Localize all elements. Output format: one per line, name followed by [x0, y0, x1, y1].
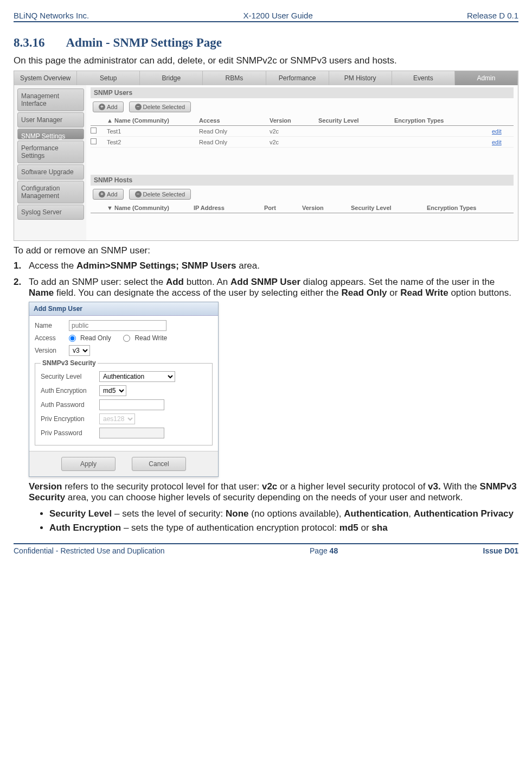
tab-performance[interactable]: Performance: [266, 71, 329, 85]
col-security: Security Level: [318, 117, 394, 124]
procedure-lead: To add or remove an SNMP user:: [14, 245, 518, 256]
version-explain: Version refers to the security protocol …: [29, 481, 518, 503]
security-level-label: Security Level: [41, 373, 95, 380]
cell-name: Test1: [107, 128, 199, 135]
add-label: Add: [107, 104, 118, 110]
dialog-title: Add Snmp User: [29, 302, 218, 316]
steps-list: 1. Access the Admin>SNMP Settings; SNMP …: [14, 260, 518, 533]
section-title-text: Admin - SNMP Settings Page: [66, 36, 222, 49]
sidebar-item-user-manager[interactable]: User Manager: [17, 112, 84, 128]
table-row: Test1 Read Only v2c edit: [91, 126, 514, 137]
delete-selected-hosts-button[interactable]: −Delete Selected: [129, 189, 191, 200]
footer-left: Confidential - Restricted Use and Duplic…: [14, 546, 165, 555]
footer-page: Page 48: [310, 546, 338, 555]
read-only-text: Read Only: [80, 334, 111, 342]
read-write-radio[interactable]: [123, 335, 130, 342]
minus-icon: −: [135, 104, 142, 110]
delete-label: Delete Selected: [143, 104, 185, 110]
sidebar-item-syslog-server[interactable]: Syslog Server: [17, 205, 84, 220]
header-center: X-1200 User Guide: [243, 11, 312, 20]
tab-pm-history[interactable]: PM History: [329, 71, 392, 85]
version-select[interactable]: v3: [69, 345, 90, 356]
add-user-button[interactable]: +Add: [93, 101, 124, 112]
doc-footer: Confidential - Restricted Use and Duplic…: [14, 543, 518, 555]
auth-password-label: Auth Password: [41, 401, 95, 409]
apply-button[interactable]: Apply: [61, 457, 116, 471]
snmp-users-title: SNMP Users: [91, 87, 514, 98]
add-label: Add: [107, 191, 118, 198]
top-tabs: System Overview Setup Bridge RBMs Perfor…: [14, 71, 518, 85]
cell-access: Read Only: [199, 128, 270, 135]
delete-selected-button[interactable]: −Delete Selected: [129, 101, 191, 112]
edit-link[interactable]: edit: [492, 139, 514, 145]
col-version: Version: [270, 117, 318, 124]
sidebar-item-software-upgrade[interactable]: Software Upgrade: [17, 164, 84, 180]
bullet-list: Security Level – sets the level of secur…: [29, 508, 518, 533]
intro-text: On this page the administrator can add, …: [14, 55, 518, 66]
sidebar-item-management-interface[interactable]: Management Interface: [17, 88, 84, 111]
auth-encryption-select[interactable]: md5: [99, 385, 126, 396]
row-checkbox[interactable]: [91, 138, 97, 144]
header-left: BLiNQ Networks Inc.: [14, 11, 89, 20]
plus-icon: +: [99, 104, 105, 110]
col-name: Name (Community): [114, 205, 169, 211]
screenshot-snmp-page: System Overview Setup Bridge RBMs Perfor…: [14, 71, 518, 241]
col-encryption: Encryption Types: [427, 205, 508, 211]
cell-version: v2c: [270, 139, 318, 145]
delete-label: Delete Selected: [143, 191, 185, 198]
version-label: Version: [35, 347, 65, 354]
auth-password-input[interactable]: [99, 399, 164, 410]
step-2: 2. To add an SNMP user: select the Add b…: [29, 277, 518, 533]
snmp-hosts-title: SNMP Hosts: [91, 175, 514, 186]
sidebar-item-configuration-management[interactable]: Configuration Management: [17, 181, 84, 203]
plus-icon: +: [99, 191, 105, 198]
bullet-security-level: Security Level – sets the level of secur…: [49, 508, 518, 519]
cell-access: Read Only: [199, 139, 270, 145]
doc-header: BLiNQ Networks Inc. X-1200 User Guide Re…: [14, 11, 518, 22]
snmpv3-security-fieldset: SNMPv3 Security Security Level Authentic…: [35, 359, 213, 445]
security-level-select[interactable]: Authentication: [99, 371, 175, 382]
priv-encryption-label: Priv Encryption: [41, 415, 95, 423]
fieldset-legend: SNMPv3 Security: [41, 359, 98, 367]
table-row: Test2 Read Only v2c edit: [91, 137, 514, 148]
row-checkbox[interactable]: [91, 128, 97, 133]
admin-sidebar: Management Interface User Manager SNMP S…: [14, 85, 86, 240]
sidebar-item-performance-settings[interactable]: Performance Settings: [17, 141, 84, 163]
tab-bridge[interactable]: Bridge: [140, 71, 203, 85]
hosts-table-header: ▼ Name (Community) IP Address Port Versi…: [91, 203, 514, 213]
cell-name: Test2: [107, 139, 199, 145]
tab-admin[interactable]: Admin: [455, 71, 518, 85]
priv-password-input: [99, 428, 164, 438]
auth-encryption-label: Auth Encryption: [41, 387, 95, 394]
minus-icon: −: [135, 191, 142, 198]
edit-link[interactable]: edit: [492, 128, 514, 135]
step-1: 1. Access the Admin>SNMP Settings; SNMP …: [29, 260, 518, 271]
header-right: Release D 0.1: [467, 11, 518, 20]
screenshot-add-snmp-user-dialog: Add Snmp User Name Access Read Only Read…: [29, 302, 219, 477]
bullet-auth-encryption: Auth Encryption – sets the type of authe…: [49, 523, 518, 533]
tab-rbms[interactable]: RBMs: [203, 71, 266, 85]
priv-encryption-select: aes128: [99, 413, 135, 424]
add-host-button[interactable]: +Add: [93, 189, 124, 200]
cancel-button[interactable]: Cancel: [132, 457, 186, 471]
tab-events[interactable]: Events: [392, 71, 455, 85]
cell-version: v2c: [270, 128, 318, 135]
tab-system-overview[interactable]: System Overview: [14, 71, 77, 85]
col-port: Port: [264, 205, 302, 211]
tab-setup[interactable]: Setup: [77, 71, 140, 85]
col-access: Access: [199, 117, 270, 124]
col-version: Version: [302, 205, 351, 211]
col-security: Security Level: [351, 205, 427, 211]
read-only-radio[interactable]: [69, 335, 76, 342]
priv-password-label: Priv Password: [41, 429, 95, 437]
access-label: Access: [35, 334, 65, 342]
section-heading: 8.3.16 Admin - SNMP Settings Page: [14, 36, 518, 50]
read-write-text: Read Write: [134, 334, 167, 342]
col-name: Name (Community): [114, 117, 169, 124]
footer-right: Issue D01: [483, 546, 518, 555]
col-encryption: Encryption Types: [394, 117, 492, 124]
sidebar-item-snmp-settings[interactable]: SNMP Settings: [17, 129, 84, 139]
section-number: 8.3.16: [14, 36, 45, 49]
name-input[interactable]: [69, 320, 166, 331]
col-ip: IP Address: [194, 205, 264, 211]
